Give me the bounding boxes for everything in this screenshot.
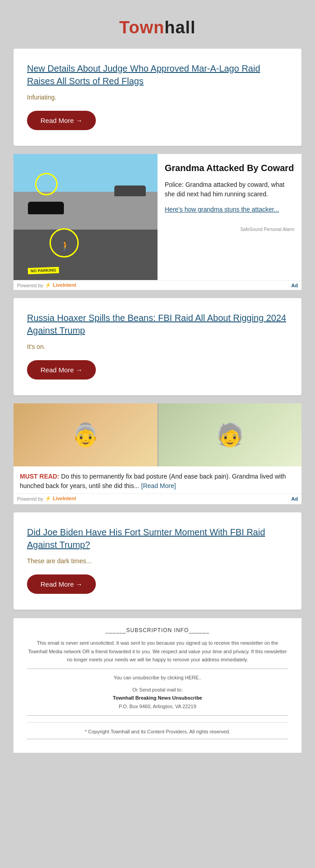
ad-posture-content: MUST READ: Do this to permanently fix ba… bbox=[14, 466, 302, 493]
article-2-desc: It's on. bbox=[27, 343, 288, 350]
ad-grandma-content: Grandma Attacked By Coward Police: Grand… bbox=[158, 154, 302, 280]
car-2 bbox=[114, 185, 146, 196]
ad-badge-posture: Ad bbox=[291, 496, 298, 502]
copyright-text: * Copyright Townhall and its Content Pro… bbox=[27, 722, 288, 734]
read-more-button-1[interactable]: Read More → bbox=[27, 111, 96, 130]
must-read-label: MUST READ: bbox=[20, 473, 59, 480]
postal-info: Or Send postal mail to: Townhall Breakin… bbox=[27, 686, 288, 711]
grandma-straight-figure: 🧓 bbox=[158, 403, 302, 466]
ad-posture: 👵 🧓 MUST READ: Do this to permanently fi… bbox=[14, 403, 302, 504]
footer: ______SUBSCRIPTION INFO______ This email… bbox=[14, 618, 302, 753]
article-3-title[interactable]: Did Joe Biden Have His Fort Sumter Momen… bbox=[27, 526, 288, 551]
ad-grandma-attacked: 🚶 NO PARKING Grandma Attacked By Coward … bbox=[14, 154, 302, 290]
logo-red-part: Town bbox=[119, 18, 164, 37]
site-header: Townhall bbox=[14, 9, 302, 49]
postal-address: P.O. Box 9460, Arlington, VA 22219 bbox=[119, 704, 196, 709]
ad-posture-footer: Powered by ⚡ LiveIntent Ad bbox=[14, 493, 302, 504]
read-more-button-2[interactable]: Read More → bbox=[27, 360, 96, 380]
ad-grandma-link[interactable]: Here's how grandma stuns the attacker... bbox=[165, 206, 279, 213]
ad-badge-grandma: Ad bbox=[291, 283, 298, 288]
postal-name: Townhall Breaking News Unsubscribe bbox=[113, 695, 202, 701]
ad-grandma-footer: Powered by ⚡ LiveIntent Ad bbox=[14, 280, 302, 290]
grandma-bent-figure: 👵 bbox=[14, 403, 158, 466]
person-figure: 🚶 bbox=[59, 240, 72, 252]
no-parking-sign: NO PARKING bbox=[28, 267, 59, 274]
liveintent-logo-grandma: ⚡ LiveIntent bbox=[45, 282, 76, 288]
posture-read-more-link[interactable]: [Read More] bbox=[141, 482, 176, 489]
article-1-title[interactable]: New Details About Judge Who Approved Mar… bbox=[27, 62, 288, 87]
read-more-button-3[interactable]: Read More → bbox=[27, 574, 96, 594]
ad-grandma-source: SafeSound Personal Alarm bbox=[165, 227, 294, 232]
article-1-desc: Infuriating. bbox=[27, 94, 288, 101]
article-card-2: Russia Hoaxer Spills the Beans: FBI Raid… bbox=[14, 298, 302, 395]
article-card-3: Did Joe Biden Have His Fort Sumter Momen… bbox=[14, 512, 302, 610]
footer-divider-1 bbox=[27, 669, 288, 669]
unsubscribe-text: You can unsubscribe by clicking HERE.. bbox=[27, 674, 288, 682]
article-2-title[interactable]: Russia Hoaxer Spills the Beans: FBI Raid… bbox=[27, 312, 288, 337]
circle-highlight-1 bbox=[35, 173, 58, 195]
posture-image-right: 🧓 bbox=[158, 403, 302, 466]
powered-by-grandma: Powered by ⚡ LiveIntent bbox=[17, 282, 76, 288]
ad-grandma-headline: Grandma Attacked By Coward bbox=[165, 162, 294, 174]
ad-grandma-desc: Police: Grandma attacked by coward, what… bbox=[165, 180, 294, 199]
article-card-1: New Details About Judge Who Approved Mar… bbox=[14, 49, 302, 146]
footer-divider-2 bbox=[27, 715, 288, 716]
ad-posture-images: 👵 🧓 bbox=[14, 403, 302, 466]
car-1 bbox=[28, 202, 64, 214]
logo-black-part: hall bbox=[164, 18, 195, 37]
posture-image-left: 👵 bbox=[14, 403, 158, 466]
subscription-title: ______SUBSCRIPTION INFO______ bbox=[27, 627, 288, 633]
footer-body-text: This email is never sent unsolicited. It… bbox=[27, 639, 288, 664]
site-logo: Townhall bbox=[14, 18, 302, 37]
article-3-desc: These are dark times... bbox=[27, 557, 288, 565]
ad-grandma-image: 🚶 NO PARKING bbox=[14, 154, 158, 280]
powered-by-posture: Powered by ⚡ LiveIntent bbox=[17, 496, 76, 502]
footer-divider-3 bbox=[27, 739, 288, 739]
liveintent-logo-posture: ⚡ LiveIntent bbox=[45, 496, 76, 502]
